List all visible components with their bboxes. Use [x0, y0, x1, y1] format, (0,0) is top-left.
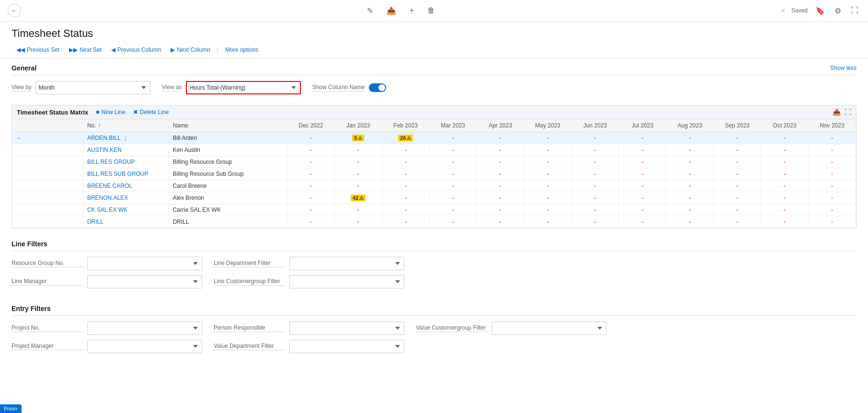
row-id[interactable]: BREENE.CAROL: [83, 180, 169, 192]
row-id[interactable]: BRENON.ALEX: [83, 192, 169, 204]
line-dept-select[interactable]: [289, 257, 404, 270]
cell-dash: -: [784, 135, 786, 141]
share-icon[interactable]: 📤: [385, 4, 398, 17]
table-row[interactable]: BILL RES GROUP Billing Resource Group---…: [12, 156, 856, 168]
table-row[interactable]: → ARDEN.BILL ⋮ Bill Arden-5⚠26⚠---------: [12, 132, 856, 144]
next-set-button[interactable]: ▶▶ Next Set: [64, 45, 106, 55]
th-mar23: Mar 2023: [429, 119, 477, 132]
data-cell: -: [666, 204, 714, 216]
row-id-link[interactable]: AUSTIN.KEN: [87, 147, 122, 153]
resource-group-select[interactable]: [87, 257, 202, 270]
th-no[interactable]: No. ↑: [83, 119, 169, 132]
cell-dash: -: [310, 159, 312, 165]
settings-icon[interactable]: ⚙: [833, 4, 843, 17]
row-arrow: [12, 204, 83, 216]
line-filters-header: Line Filters: [11, 240, 857, 251]
cell-dash: -: [452, 147, 454, 153]
data-cell: 26⚠: [382, 132, 429, 144]
cell-dash: -: [357, 183, 359, 189]
data-cell: -: [808, 156, 856, 168]
next-column-button[interactable]: ▶ Next Column: [166, 45, 215, 55]
show-column-name-toggle[interactable]: [369, 83, 386, 92]
previous-set-label: Previous Set: [27, 46, 59, 53]
bookmark-icon[interactable]: 🔖: [813, 4, 827, 17]
data-cell: -: [619, 216, 666, 228]
table-row[interactable]: AUSTIN.KEN Ken Austin------------: [12, 144, 856, 156]
th-arrow: [12, 119, 83, 132]
nav-divider: |: [217, 46, 218, 54]
delete-line-button[interactable]: ✖ Delete Line: [133, 109, 169, 115]
add-icon[interactable]: +: [408, 4, 416, 17]
show-less-button[interactable]: Show less: [830, 65, 857, 71]
data-cell: -: [666, 192, 714, 204]
entry-filters-header: Entry Filters: [11, 305, 857, 316]
project-manager-select[interactable]: [87, 340, 202, 353]
data-cell: -: [808, 192, 856, 204]
previous-set-button[interactable]: ◀◀ Previous Set: [11, 45, 64, 55]
view-by-select[interactable]: Month: [35, 81, 150, 94]
data-cell: -: [382, 204, 429, 216]
row-id-link[interactable]: BRENON.ALEX: [87, 195, 128, 201]
row-id-link[interactable]: BREENE.CAROL: [87, 183, 132, 189]
cell-dash: -: [641, 183, 643, 189]
line-customergroup-select[interactable]: [289, 275, 404, 288]
cell-dash: -: [452, 171, 454, 177]
row-id-link[interactable]: BILL RES GROUP: [87, 159, 135, 165]
row-id-link[interactable]: DRILL: [87, 218, 103, 225]
cell-dash: -: [689, 195, 691, 201]
project-no-select[interactable]: [87, 321, 202, 335]
row-arrow: [12, 216, 83, 228]
line-filters-title: Line Filters: [11, 240, 47, 248]
person-responsible-select[interactable]: [289, 321, 404, 335]
table-row[interactable]: CK SAL EX WK Carrie SAL EX WK-----------…: [12, 204, 856, 216]
value-customergroup-select[interactable]: [491, 321, 606, 335]
data-cell: -: [571, 204, 619, 216]
person-responsible-label: Person Responsible: [214, 324, 286, 332]
project-manager-field: Project Manager: [11, 340, 202, 353]
cell-dash: -: [452, 183, 454, 189]
row-id[interactable]: BILL RES GROUP: [83, 156, 169, 168]
row-menu[interactable]: ⋮: [123, 135, 128, 141]
row-id[interactable]: DRILL: [83, 216, 169, 228]
new-line-button[interactable]: ■ New Line: [96, 109, 125, 115]
cell-dash: -: [594, 206, 596, 213]
back-button[interactable]: ←: [8, 4, 21, 17]
row-id[interactable]: AUSTIN.KEN: [83, 144, 169, 156]
expand-icon[interactable]: ⛶: [849, 4, 860, 17]
value-dept-select[interactable]: [289, 340, 404, 353]
cell-dash: -: [405, 195, 407, 201]
edit-icon[interactable]: ✎: [365, 4, 375, 17]
table-row[interactable]: DRILL DRILL------------: [12, 216, 856, 228]
data-cell: -: [571, 216, 619, 228]
data-cell: -: [571, 156, 619, 168]
delete-line-icon: ✖: [133, 109, 138, 115]
matrix-actions: Timesheet Status Matrix ■ New Line ✖ Del…: [17, 109, 169, 116]
row-id[interactable]: CK SAL EX WK: [83, 204, 169, 216]
table-row[interactable]: BRENON.ALEX Alex Brenon-42⚠----------: [12, 192, 856, 204]
row-id-link[interactable]: ARDEN.BILL: [87, 135, 121, 141]
row-id[interactable]: BILL RES SUB GROUP: [83, 168, 169, 180]
row-id-link[interactable]: CK SAL EX WK: [87, 206, 127, 213]
row-id[interactable]: ARDEN.BILL ⋮: [83, 132, 169, 144]
more-options-button[interactable]: More options: [220, 45, 263, 55]
data-cell: -: [714, 132, 761, 144]
cell-dash: -: [547, 171, 548, 177]
cell-dash: -: [641, 171, 643, 177]
warn-badge: 5⚠: [352, 135, 364, 141]
general-form-row: View by Month View as Hours Total-(Warni…: [11, 81, 857, 94]
matrix-expand-icon[interactable]: ⛶: [845, 108, 851, 116]
view-as-select[interactable]: Hours Total-(Warning): [186, 81, 301, 94]
th-may23: May 2023: [524, 119, 571, 132]
cell-dash: -: [736, 206, 738, 213]
table-row[interactable]: BREENE.CAROL Carol Breene------------: [12, 180, 856, 192]
matrix-right-icons: 📤 ⛶: [833, 108, 851, 116]
data-cell: -: [714, 180, 761, 192]
row-arrow: [12, 168, 83, 180]
table-row[interactable]: BILL RES SUB GROUP Billing Resource Sub …: [12, 168, 856, 180]
data-cell: -: [524, 216, 571, 228]
matrix-share-icon[interactable]: 📤: [833, 108, 841, 116]
row-id-link[interactable]: BILL RES SUB GROUP: [87, 171, 148, 177]
delete-icon[interactable]: 🗑: [425, 4, 437, 17]
line-manager-select[interactable]: [87, 275, 202, 288]
previous-column-button[interactable]: ◀ Previous Column: [106, 45, 166, 55]
